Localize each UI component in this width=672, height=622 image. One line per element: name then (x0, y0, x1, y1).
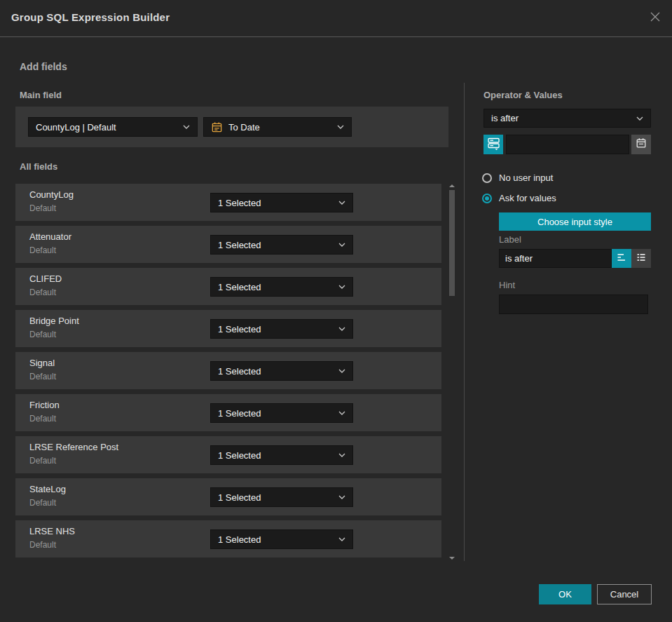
hint-input[interactable] (499, 295, 648, 314)
field-name: Signal (29, 358, 55, 368)
main-field-select[interactable]: CountyLog | Default (28, 117, 198, 137)
main-field-select-value: CountyLog | Default (36, 122, 179, 133)
chevron-down-icon (338, 201, 345, 205)
chevron-down-icon (338, 453, 345, 457)
field-row[interactable]: Friction Default 1 Selected (15, 394, 441, 431)
field-name: Friction (29, 400, 60, 410)
values-picker-button[interactable] (484, 135, 503, 154)
field-selected-value: 1 Selected (218, 324, 334, 334)
radio-selected-icon (482, 194, 492, 203)
field-row[interactable]: Attenuator Default 1 Selected (15, 226, 441, 263)
label-caption: Label (499, 234, 521, 245)
single-input-style-button[interactable] (612, 249, 631, 268)
single-input-style-icon (616, 252, 627, 266)
main-field-date-select[interactable]: To Date (203, 117, 352, 137)
field-subtitle: Default (29, 456, 56, 466)
chevron-down-icon (338, 411, 345, 415)
field-selected-value: 1 Selected (218, 492, 334, 503)
radio-unselected-icon (482, 173, 492, 183)
chevron-down-icon (636, 116, 643, 121)
field-subtitle: Default (29, 203, 56, 213)
chevron-down-icon (338, 369, 345, 373)
scrollbar-down-arrow[interactable] (449, 557, 455, 560)
field-name: StateLog (29, 484, 66, 494)
field-row[interactable]: CLIFED Default 1 Selected (15, 268, 441, 305)
all-fields-heading: All fields (20, 161, 57, 172)
value-calendar-button[interactable] (631, 135, 651, 154)
main-field-panel: CountyLog | Default To Date (15, 107, 448, 147)
field-row[interactable]: LRSE Reference Post Default 1 Selected (15, 436, 441, 473)
field-selected-value: 1 Selected (218, 534, 334, 545)
list-input-style-icon (636, 252, 647, 266)
chevron-down-icon (338, 243, 345, 247)
field-subtitle: Default (29, 540, 56, 550)
values-list-icon (487, 137, 500, 153)
calendar-icon (636, 137, 647, 151)
field-selected-dropdown[interactable]: 1 Selected (210, 235, 353, 255)
chevron-down-icon (338, 537, 345, 541)
cancel-button[interactable]: Cancel (597, 584, 652, 604)
field-selected-value: 1 Selected (218, 408, 334, 419)
operator-select[interactable]: is after (484, 109, 651, 128)
field-name: LRSE Reference Post (29, 442, 118, 452)
titlebar-divider (0, 36, 672, 37)
field-selected-value: 1 Selected (218, 282, 334, 292)
radio-ask-for-values[interactable]: Ask for values (482, 193, 556, 203)
operator-values-heading: Operator & Values (484, 90, 563, 100)
scrollbar-thumb[interactable] (449, 190, 455, 296)
field-subtitle: Default (29, 372, 56, 381)
field-row[interactable]: CountyLog Default 1 Selected (15, 184, 441, 221)
field-selected-dropdown[interactable]: 1 Selected (210, 361, 353, 381)
field-selected-dropdown[interactable]: 1 Selected (210, 487, 353, 507)
dialog-title: Group SQL Expression Builder (11, 11, 170, 23)
field-selected-dropdown[interactable]: 1 Selected (210, 445, 353, 465)
panel-divider (464, 83, 465, 561)
chevron-down-icon (338, 285, 345, 289)
list-input-style-button[interactable] (631, 249, 651, 268)
main-field-date-select-value: To Date (228, 122, 333, 133)
field-subtitle: Default (29, 498, 56, 508)
field-selected-value: 1 Selected (218, 366, 334, 377)
field-subtitle: Default (29, 288, 56, 297)
field-subtitle: Default (29, 245, 56, 255)
main-field-heading: Main field (20, 90, 62, 100)
calendar-icon (211, 121, 223, 133)
radio-no-user-input-label: No user input (499, 173, 553, 183)
field-row[interactable]: LRSE NHS Default 1 Selected (15, 520, 441, 557)
field-selected-dropdown[interactable]: 1 Selected (210, 529, 353, 549)
field-subtitle: Default (29, 330, 56, 339)
value-input[interactable] (506, 135, 629, 154)
label-input[interactable] (499, 249, 612, 268)
chevron-down-icon (338, 327, 345, 331)
close-icon (650, 11, 661, 25)
hint-caption: Hint (499, 280, 515, 290)
field-selected-value: 1 Selected (218, 198, 334, 208)
operator-select-value: is after (491, 113, 632, 123)
field-subtitle: Default (29, 414, 56, 424)
radio-no-user-input[interactable]: No user input (482, 173, 553, 183)
field-name: CLIFED (29, 273, 62, 284)
field-row[interactable]: Bridge Point Default 1 Selected (15, 310, 441, 347)
add-fields-heading: Add fields (20, 61, 67, 72)
chevron-down-icon (338, 495, 345, 499)
field-selected-dropdown[interactable]: 1 Selected (210, 319, 353, 339)
field-selected-value: 1 Selected (218, 240, 334, 250)
choose-input-style-button[interactable]: Choose input style (499, 212, 651, 231)
field-name: LRSE NHS (29, 526, 75, 536)
chevron-down-icon (337, 125, 344, 129)
field-selected-value: 1 Selected (218, 450, 334, 461)
group-sql-expression-builder-dialog: Group SQL Expression Builder Add fields … (0, 0, 672, 622)
field-selected-dropdown[interactable]: 1 Selected (210, 193, 353, 212)
ok-button[interactable]: OK (539, 584, 591, 604)
field-row[interactable]: StateLog Default 1 Selected (15, 478, 441, 515)
close-button[interactable] (645, 8, 665, 28)
radio-ask-for-values-label: Ask for values (499, 193, 556, 203)
field-name: Bridge Point (29, 316, 79, 326)
title-bar: Group SQL Expression Builder (0, 0, 672, 36)
scrollbar-up-arrow[interactable] (449, 184, 455, 187)
field-row[interactable]: Signal Default 1 Selected (15, 352, 441, 389)
field-selected-dropdown[interactable]: 1 Selected (210, 403, 353, 423)
field-name: Attenuator (29, 231, 71, 242)
field-selected-dropdown[interactable]: 1 Selected (210, 277, 353, 297)
chevron-down-icon (183, 125, 190, 129)
